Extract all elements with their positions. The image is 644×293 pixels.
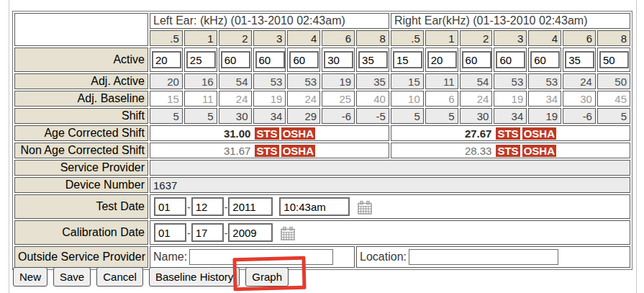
active-threshold-input[interactable] (393, 51, 422, 68)
shift-value-cell: 5 (391, 108, 424, 124)
shift-row-label: Shift (14, 108, 148, 124)
age-corrected-left-cell: 31.00STSOSHA (150, 125, 389, 141)
active-threshold-input[interactable] (462, 51, 491, 68)
active-threshold-input[interactable] (289, 51, 319, 68)
age-corrected-right-cell: 27.67STSOSHA (391, 125, 630, 141)
frame-border-right (636, 0, 637, 293)
name-label: Name: (153, 251, 187, 263)
corner-cell (14, 13, 148, 46)
shift-value-cell: 34 (253, 108, 286, 124)
freq-header-cell: 6 (322, 30, 355, 46)
save-button[interactable]: Save (53, 267, 91, 287)
active-value-cell (391, 48, 424, 72)
adj-baseline-value-cell: 25 (322, 91, 355, 107)
osha-badge: OSHA (522, 127, 556, 140)
shift-value-cell: 30 (219, 108, 252, 124)
calendar-icon[interactable] (358, 201, 372, 215)
location-label: Location: (360, 251, 407, 263)
active-threshold-input[interactable] (221, 51, 250, 68)
non-age-corrected-right-value: 28.33 (465, 145, 492, 157)
service-provider-label: Service Provider (14, 160, 148, 176)
adj-baseline-value-cell: 34 (528, 91, 561, 107)
freq-header-cell: 4 (287, 30, 320, 46)
active-threshold-input[interactable] (530, 51, 560, 68)
adj-active-value-cell: 53 (287, 73, 320, 89)
calibration-month-input[interactable] (154, 223, 186, 242)
calibration-year-input[interactable] (228, 223, 273, 242)
active-value-cell (287, 48, 320, 72)
freq-header-cell: .5 (391, 30, 424, 46)
calibration-day-input[interactable] (191, 223, 224, 242)
freq-header-cell: 3 (494, 30, 527, 46)
active-threshold-input[interactable] (255, 51, 285, 68)
active-threshold-input[interactable] (152, 51, 181, 68)
row-shift: Shift 55303429-6-555303419-65 (14, 108, 630, 124)
active-threshold-input[interactable] (427, 51, 457, 68)
test-date-day-input[interactable] (191, 197, 224, 216)
active-value-cell (184, 48, 217, 72)
active-row-label: Active (14, 48, 148, 72)
active-value-cell (219, 48, 252, 72)
row-adj-baseline: Adj. Baseline 15112419242540106241934304… (14, 91, 630, 107)
calendar-icon[interactable] (281, 227, 295, 240)
outside-provider-name-input[interactable] (189, 249, 333, 265)
adj-baseline-value-cell: 19 (253, 91, 286, 107)
adj-baseline-value-cell: 11 (184, 91, 217, 107)
adj-active-value-cell: 16 (184, 73, 217, 89)
date-separator: - (225, 227, 228, 239)
active-value-cell (253, 48, 286, 72)
adj-active-value-cell: 15 (391, 73, 424, 89)
active-threshold-input[interactable] (186, 51, 216, 68)
active-value-cell (425, 48, 458, 72)
outside-provider-location-input[interactable] (409, 249, 558, 265)
freq-header-cell: .5 (150, 30, 183, 46)
active-threshold-input[interactable] (565, 51, 594, 68)
device-number-value: 1637 (150, 177, 630, 193)
calibration-date-cell: -- (150, 220, 630, 245)
row-service-provider: Service Provider (14, 160, 630, 176)
baseline-history-button[interactable]: Baseline History (149, 267, 240, 287)
non-age-corrected-right-cell: 28.33STSOSHA (391, 143, 630, 158)
sts-badge: STS (255, 127, 278, 140)
graph-button-wrap: Graph (245, 267, 289, 287)
freq-header-cell: 8 (597, 30, 630, 46)
row-device-number: Device Number 1637 (14, 177, 630, 193)
freq-header-cell: 4 (528, 30, 561, 46)
date-separator: - (225, 202, 228, 213)
test-date-year-input[interactable] (228, 197, 273, 216)
freq-header-cell: 2 (219, 30, 252, 46)
audiogram-table: Left Ear: (kHz) (01-13-2010 02:43am) Rig… (12, 11, 632, 270)
shift-value-cell: 19 (528, 108, 561, 124)
freq-header-cell: 1 (184, 30, 217, 46)
active-value-cell (460, 48, 493, 72)
row-calibration-date: Calibration Date -- (14, 220, 630, 245)
adj-baseline-value-cell: 10 (391, 91, 424, 107)
active-threshold-input[interactable] (324, 51, 353, 68)
new-button[interactable]: New (13, 267, 47, 287)
shift-value-cell: -6 (563, 108, 596, 124)
adj-active-value-cell: 19 (322, 73, 355, 89)
active-value-cell (494, 48, 527, 72)
calibration-date-label: Calibration Date (14, 220, 148, 245)
graph-button[interactable]: Graph (245, 267, 289, 287)
row-adj-active: Adj. Active 2016545353193515115453532450 (14, 73, 630, 89)
outside-service-provider-label: Outside Service Provider (14, 246, 148, 268)
row-active: Active (14, 48, 630, 72)
frame-border-left (9, 0, 9, 293)
outside-provider-name-cell: Name: (150, 246, 355, 268)
freq-header-cell: 8 (356, 30, 389, 46)
sts-badge: STS (496, 145, 520, 157)
osha-badge: OSHA (281, 145, 315, 157)
test-date-month-input[interactable] (154, 197, 186, 216)
active-threshold-input[interactable] (496, 51, 525, 68)
non-age-corrected-left-value: 31.67 (224, 145, 251, 157)
active-threshold-input[interactable] (599, 51, 629, 68)
active-value-cell (322, 48, 355, 72)
test-time-input[interactable] (279, 197, 350, 216)
adj-baseline-value-cell: 24 (287, 91, 320, 107)
osha-badge: OSHA (522, 145, 556, 157)
cancel-button[interactable]: Cancel (96, 267, 143, 287)
shift-value-cell: 29 (287, 108, 320, 124)
active-threshold-input[interactable] (358, 51, 388, 68)
adj-active-value-cell: 11 (425, 73, 458, 89)
